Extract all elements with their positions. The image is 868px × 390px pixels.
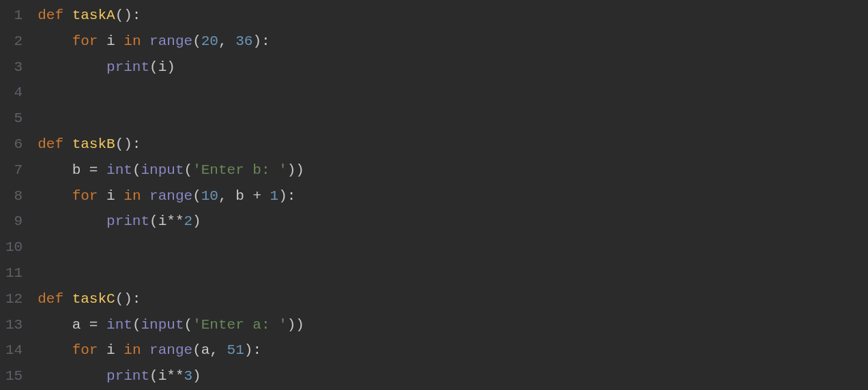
token-p: ( <box>132 317 141 333</box>
line-number: 9 <box>5 209 23 235</box>
token-p <box>63 7 72 23</box>
token-id: b <box>235 188 244 204</box>
token-id: i <box>106 33 115 49</box>
token-p: ( <box>192 188 201 204</box>
token-op: + <box>252 188 261 204</box>
token-op: = <box>89 162 98 178</box>
token-kw: in <box>124 188 141 204</box>
token-p <box>98 342 106 358</box>
token-kw: def <box>38 291 63 307</box>
line-number: 2 <box>5 29 23 55</box>
token-p <box>98 33 106 49</box>
token-p <box>244 188 253 204</box>
token-p: , <box>209 342 227 358</box>
token-p: ): <box>244 342 261 358</box>
line-number: 4 <box>5 80 23 106</box>
token-kw: for <box>72 188 98 204</box>
token-num: 10 <box>201 188 218 204</box>
line-number: 12 <box>5 286 23 312</box>
token-id: i <box>106 342 115 358</box>
code-line[interactable]: def taskB(): <box>38 132 868 158</box>
code-line[interactable]: print(i**2) <box>38 209 868 235</box>
line-number: 11 <box>5 260 23 286</box>
token-id: a <box>201 342 210 358</box>
token-kw: for <box>72 342 98 358</box>
code-line[interactable]: print(i**3) <box>38 363 868 389</box>
token-p: ( <box>184 162 193 178</box>
code-line[interactable] <box>38 80 868 106</box>
token-p: ( <box>132 162 141 178</box>
line-number: 7 <box>5 158 23 183</box>
token-bi: print <box>106 59 149 75</box>
token-p: ) <box>167 59 175 75</box>
line-number: 5 <box>5 106 23 132</box>
token-p <box>115 188 124 204</box>
token-bi: input <box>141 162 184 178</box>
token-id: i <box>158 368 167 384</box>
line-number: 3 <box>5 55 23 80</box>
token-fn: taskB <box>72 136 115 152</box>
code-line[interactable]: def taskA(): <box>38 3 868 29</box>
code-line[interactable]: def taskC(): <box>38 286 868 312</box>
code-line[interactable]: print(i) <box>38 55 868 80</box>
token-id: i <box>158 213 167 229</box>
token-kw: for <box>72 33 98 49</box>
token-kw: in <box>124 33 141 49</box>
token-num: 20 <box>201 33 218 49</box>
token-p: , <box>218 33 235 49</box>
token-p: ): <box>252 33 270 49</box>
token-kw: def <box>38 7 63 23</box>
token-id: a <box>72 317 81 333</box>
token-p <box>261 188 270 204</box>
code-line[interactable]: for i in range(10, b + 1): <box>38 183 868 209</box>
token-p: (): <box>115 291 141 307</box>
token-op: ** <box>167 213 184 229</box>
line-number: 8 <box>5 183 23 209</box>
line-number: 15 <box>5 363 23 389</box>
token-id: i <box>106 188 115 204</box>
code-area[interactable]: def taskA(): for i in range(20, 36): pri… <box>32 0 868 390</box>
token-bi: print <box>106 368 149 384</box>
token-str: 'Enter a: ' <box>192 317 287 333</box>
token-bi: range <box>149 342 192 358</box>
token-p: ) <box>192 368 201 384</box>
code-line[interactable] <box>38 235 868 260</box>
token-kw: in <box>124 342 141 358</box>
token-kw: def <box>38 136 63 152</box>
token-p: )) <box>287 162 304 178</box>
token-bi: int <box>106 162 132 178</box>
token-p: ( <box>184 317 193 333</box>
token-num: 36 <box>235 33 252 49</box>
token-p: ( <box>192 342 201 358</box>
token-num: 2 <box>184 213 193 229</box>
code-line[interactable]: for i in range(20, 36): <box>38 29 868 55</box>
token-p <box>141 33 150 49</box>
token-p <box>141 188 150 204</box>
token-p: , <box>218 188 235 204</box>
token-p: ( <box>149 368 158 384</box>
code-line[interactable] <box>38 106 868 132</box>
token-p <box>63 136 72 152</box>
code-line[interactable]: b = int(input('Enter b: ')) <box>38 158 868 183</box>
token-num: 51 <box>227 342 244 358</box>
token-p: )) <box>287 317 304 333</box>
token-p: ( <box>149 213 158 229</box>
token-bi: range <box>149 188 192 204</box>
token-p: (): <box>115 136 141 152</box>
token-p: ): <box>278 188 295 204</box>
code-line[interactable]: a = int(input('Enter a: ')) <box>38 312 868 338</box>
token-id: b <box>72 162 81 178</box>
code-editor[interactable]: 123456789101112131415 def taskA(): for i… <box>0 0 868 390</box>
token-p <box>98 317 106 333</box>
code-line[interactable]: for i in range(a, 51): <box>38 338 868 363</box>
token-p: ( <box>192 33 201 49</box>
token-p <box>98 188 106 204</box>
line-number: 6 <box>5 132 23 158</box>
token-p <box>63 291 72 307</box>
token-op: = <box>89 317 98 333</box>
line-number: 13 <box>5 312 23 338</box>
code-line[interactable] <box>38 260 868 286</box>
token-p <box>115 342 124 358</box>
token-p <box>98 162 106 178</box>
token-num: 1 <box>270 188 279 204</box>
